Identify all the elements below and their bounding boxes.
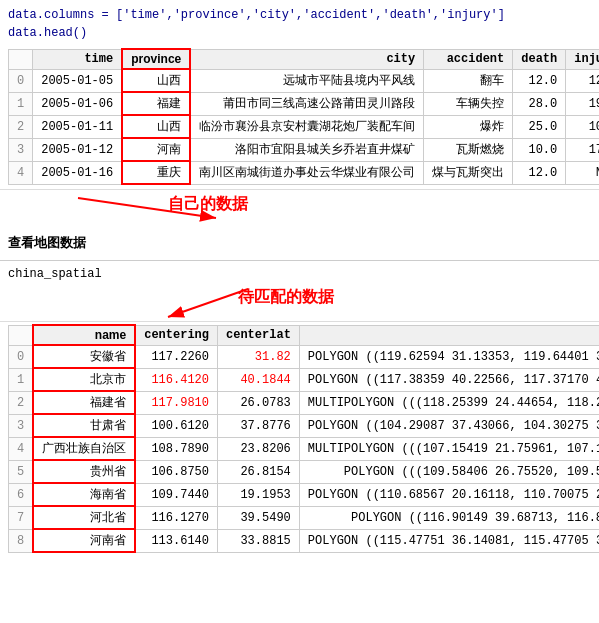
bottom-table-container: name centering centerlat geometry 0 安徽省 … [0,321,599,559]
code-line2: data.head() [8,24,591,42]
th-time: time [33,49,123,69]
table-row: 0 安徽省 117.2260 31.82 POLYGON ((119.62594… [9,345,600,368]
cell-centering: 100.6120 [135,414,217,437]
cell-city: 莆田市同三线高速公路莆田灵川路段 [190,92,424,115]
cell-time: 2005-01-12 [33,138,123,161]
table-row: 2 2005-01-11 山西 临汾市襄汾县京安村囊湖花炮厂装配车间 爆炸 25… [9,115,600,138]
cell-idx: 3 [9,138,33,161]
th-city: city [190,49,424,69]
annotation1-container: 自己的数据 [8,190,599,228]
cell-idx: 3 [9,414,34,437]
top-table: time province city accident death injury… [8,48,599,185]
cell-geometry: POLYGON ((115.47751 36.14081, 115.47705 … [299,529,599,552]
cell-idx: 8 [9,529,34,552]
cell-idx: 7 [9,506,34,529]
cell-injury: 17.0 [566,138,599,161]
cell-centerlat: 40.1844 [218,368,300,391]
cell-centerlat: 26.8154 [218,460,300,483]
th-injury: injury [566,49,599,69]
cell-province: 福建 [122,92,190,115]
section-divider [0,260,599,261]
cell-idx: 6 [9,483,34,506]
cell-centering: 106.8750 [135,460,217,483]
table-row: 0 2005-01-05 山西 远城市平陆县境内平风线 翻车 12.0 12.0 [9,69,600,92]
cell-province: 河南 [122,138,190,161]
table-row: 4 2005-01-16 重庆 南川区南城街道办事处云华煤业有限公司 煤与瓦斯突… [9,161,600,184]
bth-centering: centering [135,325,217,345]
cell-idx: 4 [9,437,34,460]
cell-geometry: MULTIPOLYGON (((118.25399 24.44654, 118.… [299,391,599,414]
cell-province: 重庆 [122,161,190,184]
bth-idx [9,325,34,345]
cell-centering: 116.1270 [135,506,217,529]
cell-geometry: POLYGON ((104.29087 37.43066, 104.30275 … [299,414,599,437]
cell-geometry: MULTIPOLYGON (((107.15419 21.75961, 107.… [299,437,599,460]
cell-centerlat: 23.8206 [218,437,300,460]
table-row: 2 福建省 117.9810 26.0783 MULTIPOLYGON (((1… [9,391,600,414]
bth-name: name [33,325,135,345]
cell-time: 2005-01-05 [33,69,123,92]
cell-geometry: POLYGON ((117.38359 40.22566, 117.37170 … [299,368,599,391]
cell-centerlat: 26.0783 [218,391,300,414]
annotation2-container: 待匹配的数据 [8,285,599,321]
cell-time: 2005-01-06 [33,92,123,115]
cell-centering: 117.2260 [135,345,217,368]
th-idx [9,49,33,69]
cell-geometry: POLYGON (((109.58406 26.75520, 109.57888… [299,460,599,483]
cell-centerlat: 33.8815 [218,529,300,552]
cell-death: 12.0 [513,69,566,92]
cell-geometry: POLYGON ((116.90149 39.68713, 116.88243 … [299,506,599,529]
cell-city: 临汾市襄汾县京安村囊湖花炮厂装配车间 [190,115,424,138]
cell-name: 安徽省 [33,345,135,368]
cell-centering: 108.7890 [135,437,217,460]
cell-idx: 4 [9,161,33,184]
code-block: data.columns = ['time','province','city'… [0,0,599,46]
cell-time: 2005-01-11 [33,115,123,138]
cell-name: 贵州省 [33,460,135,483]
cell-accident: 翻车 [424,69,513,92]
cell-accident: 瓦斯燃烧 [424,138,513,161]
cell-centerlat: 31.82 [218,345,300,368]
cell-idx: 1 [9,92,33,115]
cell-idx: 0 [9,69,33,92]
cell-name: 海南省 [33,483,135,506]
cell-accident: 车辆失控 [424,92,513,115]
cell-death: 12.0 [513,161,566,184]
cell-city: 远城市平陆县境内平风线 [190,69,424,92]
table-row: 8 河南省 113.6140 33.8815 POLYGON ((115.477… [9,529,600,552]
cell-name: 河南省 [33,529,135,552]
th-death: death [513,49,566,69]
table-row: 3 2005-01-12 河南 洛阳市宜阳县城关乡乔岩直井煤矿 瓦斯燃烧 10.… [9,138,600,161]
bth-centerlat: centerlat [218,325,300,345]
cell-name: 广西壮族自治区 [33,437,135,460]
svg-line-3 [168,289,248,317]
code-line1: data.columns = ['time','province','city'… [8,6,591,24]
cell-death: 28.0 [513,92,566,115]
cell-centerlat: 37.8776 [218,414,300,437]
cell-accident: 爆炸 [424,115,513,138]
cell-name: 福建省 [33,391,135,414]
bth-geometry: geometry [299,325,599,345]
cell-centerlat: 39.5490 [218,506,300,529]
table-row: 1 北京市 116.4120 40.1844 POLYGON ((117.383… [9,368,600,391]
cell-injury: 19.0 [566,92,599,115]
cell-injury: 10.0 [566,115,599,138]
cell-province: 山西 [122,69,190,92]
cell-centerlat: 19.1953 [218,483,300,506]
cell-centering: 117.9810 [135,391,217,414]
cell-accident: 煤与瓦斯突出 [424,161,513,184]
cell-idx: 1 [9,368,34,391]
table-row: 3 甘肃省 100.6120 37.8776 POLYGON ((104.290… [9,414,600,437]
cell-injury: NaN [566,161,599,184]
annotation1-text: 自己的数据 [168,194,248,215]
cell-centering: 109.7440 [135,483,217,506]
cell-idx: 2 [9,115,33,138]
cell-city: 南川区南城街道办事处云华煤业有限公司 [190,161,424,184]
top-table-container: time province city accident death injury… [0,46,599,190]
table-row: 5 贵州省 106.8750 26.8154 POLYGON (((109.58… [9,460,600,483]
cell-centering: 116.4120 [135,368,217,391]
cell-idx: 2 [9,391,34,414]
cell-injury: 12.0 [566,69,599,92]
cell-name: 北京市 [33,368,135,391]
section2-title: 查看地图数据 [0,228,599,256]
